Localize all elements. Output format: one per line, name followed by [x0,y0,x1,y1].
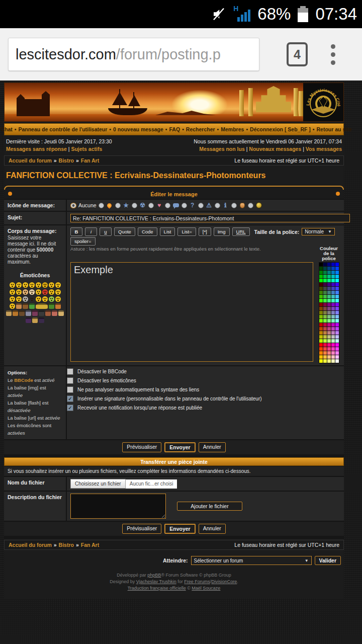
palette-color-404000[interactable] [319,287,323,290]
checkbox[interactable]: ✓ [67,395,73,402]
emoticon-marinche[interactable] [32,310,38,316]
palette-color-ff40ff[interactable] [335,347,339,351]
palette-color-80ffff[interactable] [335,319,339,323]
palette-color-0040ff[interactable] [335,267,339,270]
palette-color-ff80bf[interactable] [331,351,335,355]
tab-count-button[interactable]: 4 [287,42,308,66]
palette-color-400040[interactable] [323,283,327,286]
palette-color-8040ff[interactable] [335,307,339,310]
emoticon-myena[interactable] [52,310,57,316]
palette-color-bf4000[interactable] [319,327,323,331]
emoticon-lol[interactable] [55,282,61,288]
palette-color-ff8080[interactable] [327,351,331,355]
palette-color-ffbf40[interactable] [323,355,327,359]
emoticon-pedro[interactable] [19,310,25,316]
palette-color-00bfbf[interactable] [331,275,335,278]
emoticon-razz[interactable] [16,282,22,288]
palette-color-ff80ff[interactable] [335,351,339,355]
emoticon-sunglasses[interactable] [49,289,54,295]
palette-color-4000ff[interactable] [335,283,339,286]
palette-color-ff4040[interactable] [323,347,327,351]
palette-color-bf40bf[interactable] [331,327,335,331]
palette-color-bf80bf[interactable] [331,331,335,335]
emoticon-sancho[interactable] [13,310,18,316]
palette-color-004040[interactable] [323,267,327,270]
footer-link[interactable]: phpBB [147,573,161,578]
palette-color-80ff40[interactable] [323,319,327,323]
palette-color-404080[interactable] [327,287,331,290]
add-file-button[interactable]: Ajouter le fichier [177,502,242,511]
emoticon-pale[interactable] [29,289,35,295]
palette-color-80bf80[interactable] [327,315,331,318]
palette-color-00ffff[interactable] [335,279,339,282]
session-link[interactable]: Vos messages [306,146,342,152]
palette-color-008000[interactable] [319,271,323,274]
palette-color-ffff80[interactable] [327,359,331,363]
palette-color-80bf40[interactable] [323,315,327,318]
palette-color-00ff40[interactable] [323,279,327,282]
palette-color-80ff80[interactable] [327,319,331,323]
palette-color-bf00ff[interactable] [335,323,339,327]
emoticon-golden-grin[interactable] [55,296,61,302]
emoticon-grin[interactable] [10,282,15,288]
palette-color-bf4040[interactable] [323,327,327,331]
emoticon-cactus[interactable] [49,303,54,309]
palette-color-800000[interactable] [319,303,323,306]
palette-color-ffbf80[interactable] [327,355,331,359]
palette-color-80ffbf[interactable] [331,319,335,323]
palette-color-bf8040[interactable] [323,331,327,335]
palette-color-ff00ff[interactable] [335,343,339,347]
palette-color-804000[interactable] [319,307,323,310]
palette-color-000000[interactable] [319,263,323,266]
palette-color-ff40bf[interactable] [331,347,335,351]
emoticon-mendoza[interactable] [6,310,12,316]
message-icon-radio-info[interactable] [215,203,220,208]
emoticon-teka[interactable] [45,310,51,316]
message-icon-radio-golden-mask[interactable] [248,203,253,208]
emoticon-rofl[interactable] [10,303,15,309]
message-icon-radio-star[interactable] [115,203,121,208]
palette-color-ff4080[interactable] [327,347,331,351]
subject-input[interactable] [70,214,350,222]
emoticon-tao[interactable] [16,303,22,309]
palette-color-00ff00[interactable] [319,279,323,282]
emoticon-sorcerer[interactable] [39,317,44,323]
palette-color-40ffbf[interactable] [331,299,335,302]
palette-color-804040[interactable] [323,307,327,310]
palette-color-0080ff[interactable] [335,271,339,274]
emoticon-eek[interactable] [29,282,35,288]
message-icon-radio-warning[interactable] [198,203,204,208]
emoticon-cry[interactable] [36,289,41,295]
choose-file-button[interactable]: Choisissez un fichier [70,479,126,489]
emoticon-laughing[interactable] [16,289,22,295]
emoticon-mumie[interactable] [32,317,38,323]
palette-color-ff0040[interactable] [323,343,327,347]
palette-color-40bf80[interactable] [327,295,331,298]
palette-color-808080[interactable] [327,311,331,314]
palette-color-0040bf[interactable] [331,267,335,270]
submit-button[interactable]: Envoyer [164,524,195,534]
file-description-textarea[interactable] [70,494,166,519]
palette-color-004080[interactable] [327,267,331,270]
emoticon-cool[interactable] [42,282,48,288]
palette-color-000080[interactable] [327,263,331,266]
emoticon-exclaim[interactable] [10,296,15,302]
nav-item-1[interactable]: T'Chat [0,126,13,132]
emoticon-biggrin[interactable] [10,289,15,295]
palette-color-404040[interactable] [323,287,327,290]
font-size-select[interactable]: Normale▼ [302,228,335,235]
palette-color-bf8080[interactable] [327,331,331,335]
message-icon-radio-bubble[interactable] [165,203,170,208]
nav-item-2[interactable]: Panneau de contrôle de l'utilisateur [18,126,107,132]
cancel-button[interactable]: Annuler [199,524,226,534]
bbcode-button-[interactable]: [*] [199,227,211,236]
palette-color-408080[interactable] [327,291,331,294]
forum-select[interactable]: Sélectionner un forum▼ [191,556,312,565]
palette-color-bf8000[interactable] [319,331,323,335]
emoticon-smile[interactable] [23,282,28,288]
breadcrumb-link[interactable]: Fan Art [81,542,99,548]
palette-color-40bf40[interactable] [323,295,327,298]
bbcode-button-list[interactable]: List [160,227,175,236]
palette-color-80bfbf[interactable] [331,315,335,318]
palette-color-ffbfff[interactable] [335,355,339,359]
